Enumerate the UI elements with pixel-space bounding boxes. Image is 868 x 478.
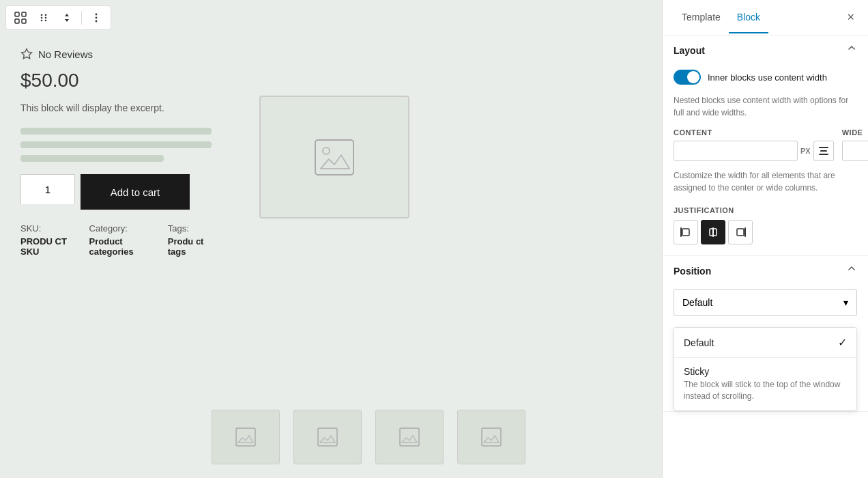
svg-rect-1 bbox=[22, 12, 26, 16]
thumbnail-1 bbox=[212, 410, 280, 464]
center-image-placeholder bbox=[259, 96, 409, 219]
toolbar-divider bbox=[81, 11, 82, 25]
product-price: $50.00 bbox=[20, 70, 212, 92]
svg-point-8 bbox=[41, 20, 43, 22]
panel-close-button[interactable]: × bbox=[844, 8, 857, 27]
position-section: Position Default ▾ Default ✓ bbox=[663, 256, 868, 412]
svg-point-9 bbox=[45, 20, 47, 22]
layout-collapse-icon bbox=[846, 45, 857, 56]
more-icon bbox=[90, 12, 102, 24]
svg-point-15 bbox=[323, 147, 330, 154]
just-right-icon bbox=[735, 227, 746, 237]
layout-section-header[interactable]: Layout bbox=[663, 36, 868, 66]
dropdown-item-sticky-content: Sticky The block will stick to the top o… bbox=[684, 366, 847, 402]
grid-icon bbox=[14, 12, 27, 24]
tab-block[interactable]: Block bbox=[729, 2, 768, 33]
image-placeholder-icon bbox=[314, 139, 355, 176]
drag-handle-button[interactable] bbox=[35, 9, 53, 27]
content-width-align-btn[interactable] bbox=[813, 141, 834, 161]
tab-template[interactable]: Template bbox=[674, 2, 729, 33]
tags-meta: Tags: Produ ct tags bbox=[168, 223, 212, 257]
thumb-icon-3 bbox=[399, 427, 420, 447]
panel-content: Layout Inner blocks use content width Ne… bbox=[663, 36, 868, 478]
position-section-title: Position bbox=[674, 266, 711, 277]
layout-section-title: Layout bbox=[674, 45, 705, 56]
wide-width-input[interactable] bbox=[842, 141, 868, 161]
toggle-label: Inner blocks use content width bbox=[708, 72, 827, 83]
position-dropdown[interactable]: Default ▾ bbox=[674, 289, 857, 316]
just-right-button[interactable] bbox=[728, 220, 753, 244]
svg-rect-14 bbox=[315, 140, 353, 175]
content-width-input-row: PX bbox=[674, 141, 834, 161]
position-dropdown-menu: Default ✓ Sticky The block will stick to… bbox=[674, 327, 857, 411]
right-panel: Template Block × Layout Inner blocks use… bbox=[662, 0, 868, 478]
dropdown-item-default[interactable]: Default ✓ bbox=[674, 328, 856, 357]
thumbnail-3 bbox=[375, 410, 444, 464]
dropdown-item-default-check: ✓ bbox=[838, 336, 847, 349]
product-meta: SKU: PRODU CT SKU Category: Product cate… bbox=[20, 223, 212, 257]
skeleton-line-3 bbox=[20, 155, 164, 162]
thumbnail-2 bbox=[293, 410, 362, 464]
position-section-header[interactable]: Position bbox=[663, 256, 868, 286]
width-desc: Customize the width for all elements tha… bbox=[663, 167, 868, 203]
toggle-desc: Nested blocks use content width with opt… bbox=[663, 94, 868, 128]
dropdown-item-default-content: Default bbox=[684, 337, 714, 348]
more-options-button[interactable] bbox=[87, 9, 105, 27]
thumbnails-row bbox=[212, 410, 525, 464]
width-grid: CONTENT PX WIDE bbox=[663, 128, 868, 167]
svg-point-5 bbox=[45, 14, 47, 16]
svg-point-10 bbox=[96, 14, 98, 16]
justification-row bbox=[663, 220, 868, 255]
dropdown-item-sticky-desc: The block will stick to the top of the w… bbox=[684, 379, 847, 402]
sku-label: SKU: bbox=[20, 223, 73, 234]
align-center-icon bbox=[819, 147, 828, 155]
drag-icon bbox=[38, 12, 50, 24]
inner-blocks-toggle[interactable] bbox=[674, 70, 701, 85]
justification-label: JUSTIFICATION bbox=[663, 203, 868, 220]
svg-point-7 bbox=[45, 17, 47, 19]
sku-value: PRODU CT SKU bbox=[20, 236, 73, 257]
tags-value: Produ ct tags bbox=[168, 236, 212, 257]
category-label: Category: bbox=[89, 223, 151, 234]
wide-width-input-row: PX bbox=[842, 141, 868, 161]
position-dropdown-value: Default bbox=[682, 297, 712, 308]
svg-rect-19 bbox=[482, 428, 501, 446]
position-dropdown-wrapper: Default ▾ bbox=[663, 289, 868, 327]
content-width-label: CONTENT bbox=[674, 128, 834, 137]
svg-rect-16 bbox=[236, 428, 255, 446]
layout-section: Layout Inner blocks use content width Ne… bbox=[663, 36, 868, 256]
wide-width-col: WIDE PX bbox=[842, 128, 868, 161]
move-up-down-button[interactable] bbox=[58, 9, 76, 27]
content-width-unit: PX bbox=[800, 147, 811, 155]
content-width-col: CONTENT PX bbox=[674, 128, 834, 161]
thumb-icon-4 bbox=[481, 427, 502, 447]
svg-rect-30 bbox=[744, 227, 746, 237]
svg-rect-22 bbox=[819, 154, 828, 155]
skeleton-line-1 bbox=[20, 128, 212, 135]
svg-point-4 bbox=[41, 14, 43, 16]
just-center-button[interactable] bbox=[701, 220, 725, 244]
dropdown-item-default-title: Default bbox=[684, 337, 714, 348]
tags-label: Tags: bbox=[168, 223, 212, 234]
product-block: No Reviews $50.00 This block will displa… bbox=[20, 48, 212, 257]
arrows-icon bbox=[61, 12, 73, 24]
skeleton-line-2 bbox=[20, 141, 212, 148]
quantity-input[interactable]: 1 bbox=[20, 174, 75, 204]
category-value: Product categories bbox=[89, 236, 151, 257]
svg-point-6 bbox=[41, 17, 43, 19]
svg-rect-18 bbox=[400, 428, 419, 446]
content-width-input[interactable] bbox=[674, 141, 798, 161]
no-reviews: No Reviews bbox=[20, 48, 212, 60]
inner-blocks-toggle-row: Inner blocks use content width bbox=[663, 66, 868, 94]
svg-rect-17 bbox=[318, 428, 337, 446]
position-collapse-icon bbox=[846, 266, 857, 277]
just-left-button[interactable] bbox=[674, 220, 698, 244]
add-to-cart-button[interactable]: Add to cart bbox=[81, 174, 190, 210]
grid-icon-button[interactable] bbox=[12, 9, 29, 27]
dropdown-item-sticky[interactable]: Sticky The block will stick to the top o… bbox=[674, 357, 856, 410]
thumb-icon-1 bbox=[235, 427, 256, 447]
editor-area: No Reviews $50.00 This block will displa… bbox=[0, 0, 662, 478]
svg-rect-27 bbox=[682, 229, 689, 236]
skeleton-lines bbox=[20, 128, 212, 162]
svg-rect-0 bbox=[15, 12, 19, 16]
